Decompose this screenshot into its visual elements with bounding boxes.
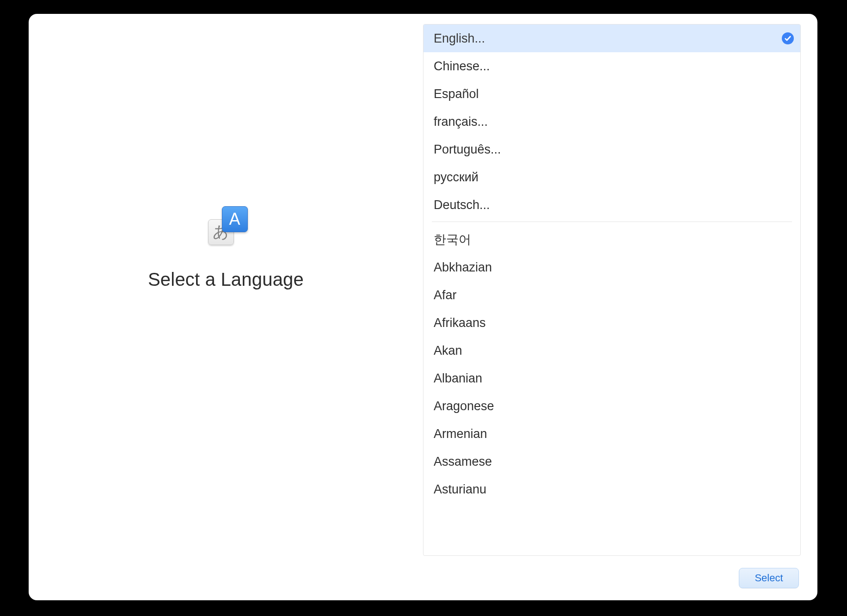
language-label: Português... bbox=[434, 142, 501, 157]
language-label: Assamese bbox=[434, 455, 492, 469]
language-option[interactable]: Afrikaans bbox=[424, 309, 800, 337]
language-label: Afar bbox=[434, 288, 457, 302]
language-label: 한국어 bbox=[434, 231, 471, 248]
language-label: Abkhazian bbox=[434, 260, 492, 275]
language-label: Armenian bbox=[434, 427, 487, 441]
language-option[interactable]: Albanian bbox=[424, 364, 800, 392]
select-button[interactable]: Select bbox=[739, 568, 799, 588]
language-label: Deutsch... bbox=[434, 198, 490, 212]
language-option[interactable]: Aragonese bbox=[424, 392, 800, 420]
installer-window: あ A Select a Language English...Chinese.… bbox=[29, 14, 817, 600]
right-pane: English...Chinese...Españolfrançais...Po… bbox=[423, 14, 817, 556]
left-pane: あ A Select a Language bbox=[29, 14, 423, 556]
language-label: Albanian bbox=[434, 371, 482, 386]
language-label: Akan bbox=[434, 344, 462, 358]
footer: Select bbox=[29, 556, 817, 600]
language-label: Aragonese bbox=[434, 399, 494, 413]
language-list[interactable]: English...Chinese...Españolfrançais...Po… bbox=[423, 24, 801, 556]
language-label: français... bbox=[434, 115, 488, 129]
language-option[interactable]: Abkhazian bbox=[424, 253, 800, 281]
language-option[interactable]: русский bbox=[424, 163, 800, 191]
language-icon: あ A bbox=[208, 206, 250, 248]
language-option[interactable]: Assamese bbox=[424, 448, 800, 475]
language-option[interactable]: français... bbox=[424, 108, 800, 136]
language-option[interactable]: Asturianu bbox=[424, 475, 800, 503]
language-option[interactable]: Afar bbox=[424, 281, 800, 309]
language-option[interactable]: Armenian bbox=[424, 420, 800, 448]
language-label: English... bbox=[434, 31, 485, 46]
language-option[interactable]: Akan bbox=[424, 337, 800, 364]
list-separator bbox=[432, 222, 792, 222]
language-option[interactable]: Chinese... bbox=[424, 52, 800, 80]
body: あ A Select a Language English...Chinese.… bbox=[29, 14, 817, 556]
language-label: Español bbox=[434, 87, 479, 101]
language-option[interactable]: English... bbox=[424, 25, 800, 52]
language-option[interactable]: Deutsch... bbox=[424, 191, 800, 219]
language-label: Asturianu bbox=[434, 482, 486, 497]
language-label: Afrikaans bbox=[434, 316, 486, 330]
language-option[interactable]: 한국어 bbox=[424, 226, 800, 253]
checkmark-icon bbox=[782, 32, 794, 44]
language-icon-front: A bbox=[222, 206, 248, 232]
language-label: Chinese... bbox=[434, 59, 490, 74]
page-title: Select a Language bbox=[148, 269, 304, 290]
language-label: русский bbox=[434, 170, 479, 185]
language-option[interactable]: Español bbox=[424, 80, 800, 108]
language-option[interactable]: Português... bbox=[424, 136, 800, 163]
